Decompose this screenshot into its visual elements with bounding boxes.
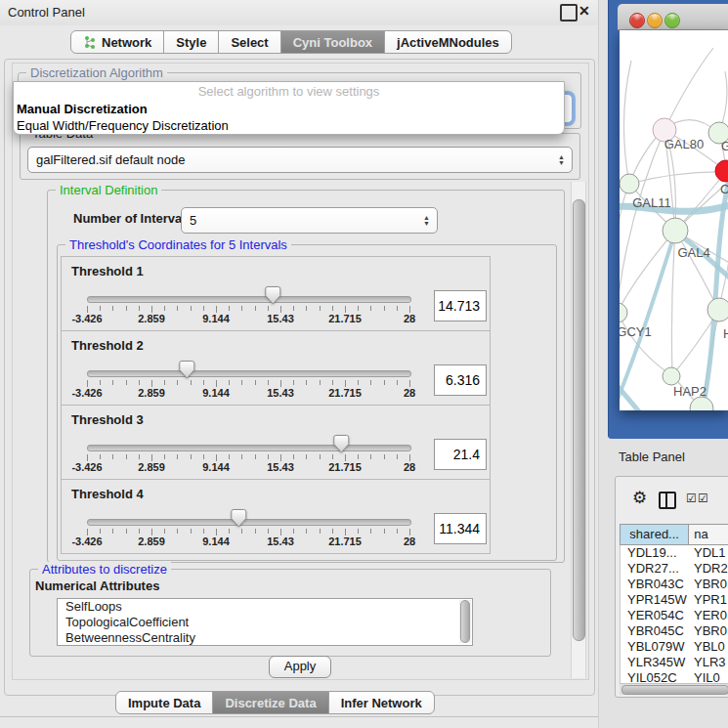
table-row[interactable]: YBL079WYBL0 (621, 639, 728, 655)
table-cell[interactable]: YIL052C (621, 670, 694, 683)
table-row[interactable]: YIL052CYIL0 (621, 670, 728, 683)
slider-thumb[interactable] (333, 435, 350, 453)
apply-button[interactable]: Apply (269, 656, 331, 678)
tick-mark (203, 306, 204, 311)
network-node[interactable] (663, 367, 680, 385)
table-panel: ⚙ ☑ ☑ shared... na YDL19...YDL1YDR27...Y… (615, 476, 728, 698)
threshold-value-field[interactable] (434, 439, 487, 470)
settings-vertical-scrollbar[interactable] (571, 182, 586, 678)
table-cell[interactable]: YDL1 (694, 545, 728, 561)
slider-thumb[interactable] (265, 286, 281, 305)
table-cell[interactable]: YLR3 (694, 655, 728, 670)
select-all-columns-icon[interactable]: ☑ (698, 492, 708, 505)
table-cell[interactable]: YLR345W (621, 655, 694, 670)
slider-thumb[interactable] (179, 361, 195, 379)
slider-track[interactable] (87, 370, 411, 377)
zoom-traffic-light[interactable] (664, 13, 680, 28)
table-row[interactable]: YBR043CYBR0 (621, 577, 728, 592)
threshold-panel: Threshold 1 -3.4262.8599.14415.4321.7152… (61, 256, 491, 331)
network-node[interactable] (715, 160, 728, 182)
tab-select[interactable]: Select (218, 30, 280, 54)
table-row[interactable]: YLR345WYLR3 (621, 655, 728, 670)
tick-mark (293, 454, 294, 459)
node-label: GAL80 (664, 137, 704, 151)
dropdown-option-manual-discretization[interactable]: Manual Discretization (16, 101, 560, 117)
table-cell[interactable]: YDR2 (694, 561, 728, 577)
dropdown-hint[interactable]: Select algorithm to view settings (14, 84, 564, 99)
tick-mark (112, 306, 113, 311)
table-cell[interactable]: YBR0 (694, 577, 728, 592)
table-row[interactable]: YDR27...YDR2 (621, 561, 728, 577)
list-scrollbar[interactable] (459, 600, 471, 643)
tab-jactivemnodules[interactable]: jActiveMNodules (384, 30, 512, 54)
slider-track[interactable] (87, 445, 411, 451)
split-columns-icon[interactable] (659, 492, 676, 509)
table-cell[interactable]: YDL19... (621, 545, 694, 561)
network-canvas[interactable]: GAL80GCGAL11GAL4GCY1HHAP2 (620, 30, 728, 410)
table-row[interactable]: YER054CYER0 (621, 608, 728, 623)
tick-mark (216, 529, 217, 535)
column-header-shared-name[interactable]: shared... (620, 524, 689, 545)
scale-label: 21.715 (328, 461, 362, 473)
close-traffic-light[interactable] (629, 13, 645, 28)
table-row[interactable]: YPR145WYPR1 (621, 592, 728, 608)
tab-infer-network[interactable]: Infer Network (328, 691, 435, 714)
table-cell[interactable]: YBR0 (694, 623, 728, 639)
table-row[interactable]: YBR045CYBR0 (621, 623, 728, 639)
close-button[interactable]: ✕ (578, 3, 590, 19)
table-cell[interactable]: YPR145W (621, 592, 694, 608)
tab-cyni-toolbox[interactable]: Cyni Toolbox (280, 30, 385, 54)
threshold-value-field[interactable] (434, 513, 487, 544)
network-node[interactable] (620, 174, 639, 193)
tick-mark (100, 380, 101, 385)
select-columns-icon[interactable]: ☑ (686, 492, 697, 505)
attribute-item[interactable]: BetweennessCentrality (58, 630, 472, 646)
tick-mark (126, 454, 127, 459)
slider-thumb[interactable] (231, 509, 247, 528)
threshold-value-field[interactable] (434, 290, 487, 321)
tab-label: Impute Data (128, 696, 200, 710)
minimize-traffic-light[interactable] (647, 13, 663, 28)
table-cell[interactable]: YBR045C (621, 623, 694, 639)
table-cell[interactable]: YIL0 (694, 670, 728, 683)
table-cell[interactable]: YDR27... (621, 561, 694, 577)
tab-network[interactable]: Network (70, 30, 164, 54)
slider-track[interactable] (87, 296, 411, 303)
table-horizontal-scrollbar[interactable] (620, 683, 728, 695)
table-cell[interactable]: YBL0 (694, 639, 728, 655)
scale-label: 9.144 (202, 313, 230, 324)
network-window-titlebar[interactable] (618, 4, 728, 30)
dropdown-option-equal-width-frequency[interactable]: Equal Width/Frequency Discretization (16, 117, 560, 134)
table-row[interactable]: YDL19...YDL1 (621, 545, 728, 561)
scrollbar-thumb[interactable] (573, 199, 585, 641)
tab-style[interactable]: Style (163, 30, 219, 54)
attribute-item[interactable]: TopologicalCoefficient (58, 615, 472, 630)
table-cell[interactable]: YPR1 (694, 592, 728, 608)
tick-mark (100, 529, 101, 534)
network-view-window: GAL80GCGAL11GAL4GCY1HHAP2 (608, 0, 728, 439)
network-node[interactable] (620, 303, 627, 322)
scrollbar-thumb[interactable] (621, 685, 728, 695)
table-cell[interactable]: YER054C (621, 608, 694, 623)
table-cell[interactable]: YBR043C (621, 577, 694, 592)
number-of-intervals-combobox[interactable]: 5 ▲▼ (181, 207, 438, 234)
tab-discretize-data[interactable]: Discretize Data (212, 691, 328, 714)
column-header-name[interactable]: na (689, 524, 728, 545)
table-cell[interactable]: YBL079W (621, 639, 694, 655)
tab-impute-data[interactable]: Impute Data (115, 691, 213, 714)
float-window-button[interactable] (560, 4, 578, 21)
table-data-combobox[interactable]: galFiltered.sif default node ▲▼ (27, 147, 573, 173)
network-node[interactable] (663, 218, 688, 243)
table-panel-title: Table Panel (619, 450, 685, 464)
scrollbar-thumb[interactable] (460, 600, 470, 643)
tick-mark (191, 380, 192, 385)
table-cell[interactable]: YER0 (694, 608, 728, 623)
network-edge (671, 231, 675, 375)
gear-icon[interactable]: ⚙ (632, 488, 647, 508)
numerical-attributes-list[interactable]: SelfLoopsTopologicalCoefficientBetweenne… (57, 598, 473, 646)
tab-label: Infer Network (341, 696, 422, 710)
threshold-value-field[interactable] (434, 364, 487, 396)
slider-track[interactable] (87, 519, 411, 526)
attribute-item[interactable]: SelfLoops (58, 599, 472, 615)
network-node[interactable] (707, 298, 728, 321)
